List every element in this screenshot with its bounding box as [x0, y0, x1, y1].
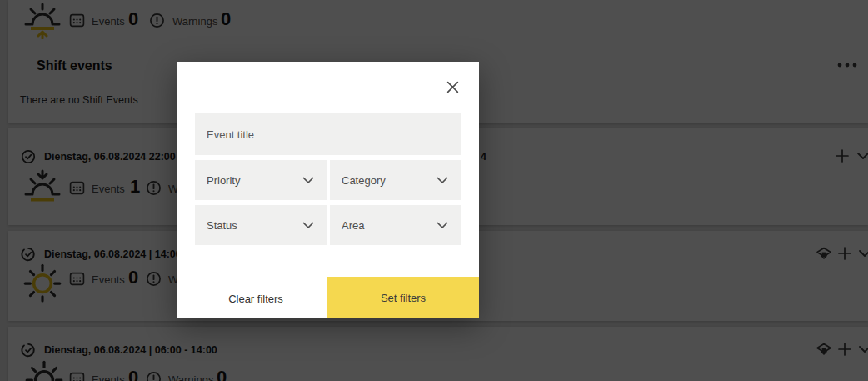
chevron-down-icon [436, 220, 449, 230]
category-select-label: Category [342, 174, 386, 187]
set-filters-button[interactable]: Set filters [327, 277, 479, 318]
status-select-label: Status [207, 219, 237, 232]
clear-filters-button[interactable]: Clear filters [202, 283, 310, 313]
priority-select-label: Priority [207, 174, 240, 187]
status-select[interactable]: Status [195, 205, 327, 245]
app-window: Events 0 Warnings 0 Shift events There a… [0, 0, 868, 381]
category-select[interactable]: Category [330, 160, 461, 200]
priority-select[interactable]: Priority [195, 160, 327, 200]
chevron-down-icon [436, 175, 449, 185]
close-icon[interactable] [439, 73, 466, 100]
filter-dialog: Priority Category Status Area Clear filt… [177, 62, 479, 318]
event-title-field-wrap [195, 113, 461, 155]
area-select[interactable]: Area [330, 205, 461, 245]
chevron-down-icon [302, 220, 315, 230]
event-title-input[interactable] [207, 128, 449, 141]
chevron-down-icon [302, 175, 315, 185]
area-select-label: Area [342, 219, 364, 232]
